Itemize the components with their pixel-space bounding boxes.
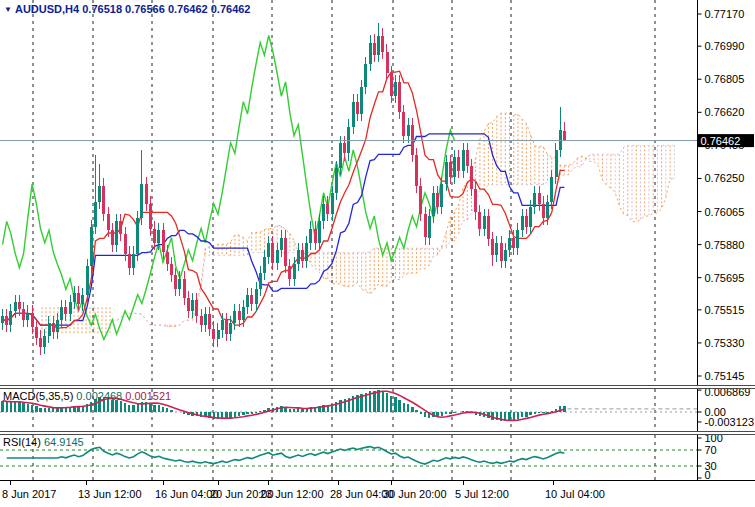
time-tick	[86, 481, 87, 485]
time-tick	[463, 481, 464, 485]
axis-tick-label: 0.76250	[705, 172, 745, 184]
candle	[174, 275, 177, 289]
candle	[43, 336, 46, 347]
chart-title: ▼ AUDUSD,H4 0.76518 0.76566 0.76462 0.76…	[4, 3, 250, 15]
axis-tick-label: 0.76990	[705, 40, 745, 52]
time-tick	[10, 481, 11, 485]
dropdown-marker-icon: ▼	[4, 5, 12, 14]
time-axis[interactable]: 8 Jun 201713 Jun 12:0016 Jun 04:0020 Jun…	[0, 480, 755, 507]
candle	[419, 186, 422, 215]
candle	[77, 293, 80, 304]
candle	[145, 184, 148, 204]
macd-main-value: 0.002468	[76, 390, 122, 402]
candle	[352, 102, 355, 127]
candle	[453, 157, 456, 177]
candle	[529, 207, 532, 227]
candle	[445, 162, 448, 184]
macd-label-box: MACD(5,35,5) 0.002468 0.001521	[3, 390, 171, 402]
candle	[14, 302, 17, 311]
candle	[309, 229, 312, 243]
candle	[69, 302, 72, 315]
candle	[436, 193, 439, 207]
candle	[255, 289, 258, 303]
candle	[271, 243, 274, 263]
time-tick	[268, 481, 269, 485]
candle	[208, 314, 211, 328]
candle	[238, 311, 241, 320]
candle	[288, 266, 291, 279]
axis-tick-label: 0.75515	[705, 304, 745, 316]
main-chart-canvas[interactable]: 0.771700.769900.768050.766200.764350.762…	[0, 0, 755, 385]
candle	[18, 302, 21, 309]
candle	[140, 184, 143, 218]
candle	[491, 239, 494, 255]
candle	[60, 307, 63, 320]
main-chart-panel[interactable]: 0.771700.769900.768050.766200.764350.762…	[0, 0, 755, 385]
candle	[533, 193, 536, 207]
macd-signal-value: 0.001521	[125, 390, 171, 402]
candle	[81, 295, 84, 304]
candle	[487, 216, 490, 239]
candle	[39, 338, 42, 347]
candle	[538, 193, 541, 204]
macd-label: MACD(5,35,5)	[3, 390, 73, 402]
candle	[356, 102, 359, 115]
candle	[98, 186, 101, 202]
candle	[335, 168, 338, 193]
candle	[242, 307, 245, 320]
time-tick	[338, 481, 339, 485]
candle	[546, 202, 549, 218]
candle	[5, 316, 8, 325]
axis-tick-label: 0.75880	[705, 239, 745, 251]
candle	[293, 264, 296, 278]
candle	[347, 127, 350, 154]
candle	[128, 254, 131, 268]
candle	[22, 309, 25, 320]
candle	[162, 230, 165, 252]
candle	[318, 221, 321, 243]
candle	[170, 264, 173, 275]
candle	[563, 131, 566, 141]
time-axis-label: 30 Jun 20:00	[383, 488, 447, 500]
mt4-chart-window: ▼ AUDUSD,H4 0.76518 0.76566 0.76462 0.76…	[0, 0, 755, 507]
candle	[229, 323, 232, 334]
candle	[326, 204, 329, 215]
candle	[178, 279, 181, 290]
candle	[153, 229, 156, 243]
candle	[280, 238, 283, 251]
candle	[322, 204, 325, 222]
candle	[259, 273, 262, 289]
candle	[377, 36, 380, 56]
high-value: 0.76566	[125, 3, 165, 15]
candle	[136, 218, 139, 254]
candle	[360, 87, 363, 114]
time-tick	[163, 481, 164, 485]
axis-tick-label: 70	[705, 444, 717, 456]
candle	[246, 295, 249, 308]
candle	[521, 216, 524, 230]
candle	[217, 330, 220, 339]
candle	[187, 298, 190, 311]
candle	[52, 323, 55, 332]
time-axis-label: 5 Jul 12:00	[455, 488, 509, 500]
axis-tick-label: 0.75330	[705, 337, 745, 349]
candle	[386, 52, 389, 74]
candle	[166, 252, 169, 264]
candle	[221, 320, 224, 331]
candle	[411, 125, 414, 155]
candle	[470, 166, 473, 189]
candle	[31, 313, 34, 327]
rsi-canvas[interactable]: 10070300	[0, 435, 755, 480]
axis-tick-label: 0.76620	[705, 106, 745, 118]
time-tick	[218, 481, 219, 485]
candle	[297, 250, 300, 264]
close-value: 0.76462	[211, 3, 251, 15]
candle	[381, 36, 384, 52]
low-value: 0.76462	[168, 3, 208, 15]
candle	[402, 112, 405, 135]
candle	[394, 82, 397, 96]
candle	[132, 254, 135, 268]
rsi-panel[interactable]: 10070300	[0, 435, 755, 480]
rsi-label: RSI(14)	[3, 436, 41, 448]
candle	[267, 243, 270, 257]
